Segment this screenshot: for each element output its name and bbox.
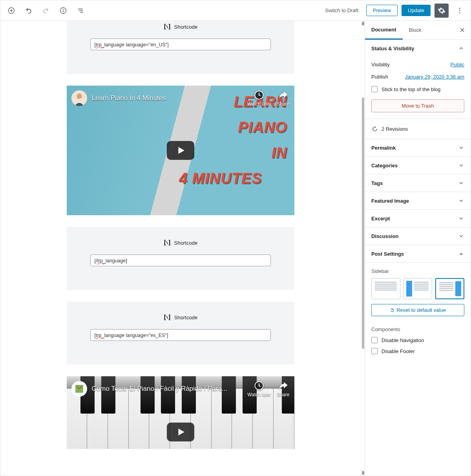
video-embed-block[interactable]: Como Tocar El Piano / Fácil y Ràpido / P… xyxy=(67,376,294,449)
top-toolbar: Switch to Draft Preview Update xyxy=(0,0,471,21)
reset-default-button[interactable]: Reset to default value xyxy=(371,304,464,316)
play-button[interactable] xyxy=(167,423,194,441)
sidebar-layout-heading: Sidebar xyxy=(365,263,471,278)
panel-tags[interactable]: Tags xyxy=(365,174,471,192)
watch-later-button[interactable]: Watch later xyxy=(247,90,271,107)
visibility-value[interactable]: Public xyxy=(451,62,464,68)
share-icon xyxy=(277,90,288,101)
chevron-down-icon xyxy=(458,198,464,204)
svg-point-5 xyxy=(459,10,460,11)
clock-icon xyxy=(254,380,265,391)
chevron-down-icon xyxy=(458,180,464,186)
svg-point-6 xyxy=(459,12,460,13)
outline-icon xyxy=(77,7,84,15)
close-sidebar-button[interactable]: ✕ xyxy=(454,21,471,39)
canvas-scrollbar[interactable] xyxy=(360,21,365,476)
redo-icon xyxy=(42,7,50,15)
share-button[interactable]: Share xyxy=(277,380,289,397)
close-icon: ✕ xyxy=(459,26,465,34)
settings-toggle-button[interactable] xyxy=(434,4,449,18)
share-icon xyxy=(277,380,288,391)
shortcode-input[interactable]: [/trp_language] xyxy=(90,254,271,266)
play-icon xyxy=(176,427,186,437)
panel-discussion[interactable]: Discussion xyxy=(365,227,471,245)
panel-excerpt[interactable]: Excerpt xyxy=(365,210,471,227)
disable-navigation-checkbox[interactable] xyxy=(371,337,378,343)
shortcode-icon xyxy=(163,313,171,321)
clock-icon xyxy=(254,90,265,101)
components-heading: Components xyxy=(365,322,471,335)
redo-button[interactable] xyxy=(39,4,53,18)
history-icon xyxy=(371,125,378,132)
play-button[interactable] xyxy=(167,141,194,160)
switch-to-draft-button[interactable]: Switch to Draft xyxy=(321,5,362,16)
chevron-down-icon xyxy=(458,162,464,168)
shortcode-icon xyxy=(163,239,171,247)
video-title: Learn Piano In 4 Minutes xyxy=(92,94,166,102)
stick-checkbox[interactable] xyxy=(371,86,378,92)
tab-document[interactable]: Document xyxy=(365,21,403,40)
chevron-up-icon xyxy=(458,45,464,51)
channel-avatar[interactable] xyxy=(71,90,87,106)
chevron-down-icon xyxy=(458,233,464,239)
svg-point-4 xyxy=(459,7,460,9)
revisions-button[interactable]: 2 Revisions xyxy=(365,119,471,139)
video-embed-block[interactable]: LEARN PIANO IN 4 MINUTES Learn Piano In … xyxy=(67,86,294,215)
shortcode-icon xyxy=(163,23,171,31)
svg-point-7 xyxy=(77,93,82,99)
chevron-down-icon xyxy=(458,215,464,222)
update-button[interactable]: Update xyxy=(402,5,431,16)
disable-navigation-label: Disable Navigation xyxy=(382,337,424,343)
publish-date[interactable]: January 29, 2020 3:36 am xyxy=(405,74,464,80)
channel-avatar[interactable] xyxy=(71,381,87,397)
panel-permalink[interactable]: Permalink xyxy=(365,139,471,156)
play-icon xyxy=(176,145,186,156)
shortcode-block[interactable]: Shortcode [trp_language language="es_ES"… xyxy=(67,302,294,364)
layout-option-left[interactable] xyxy=(403,278,433,299)
visibility-label: Visibility xyxy=(371,62,390,68)
settings-sidebar: Document Block ✕ Status & Visibility Vis… xyxy=(365,21,471,476)
shortcode-block[interactable]: Shortcode [trp_language language="en_US"… xyxy=(67,21,294,74)
publish-label: Publish xyxy=(371,74,388,80)
share-button[interactable]: Share xyxy=(277,90,289,107)
preview-button[interactable]: Preview xyxy=(366,5,398,16)
svg-point-2 xyxy=(63,9,64,9)
shortcode-label: Shortcode xyxy=(174,24,197,30)
video-title: Como Tocar El Piano / Fácil y Ràpido / P… xyxy=(92,385,228,393)
add-block-button[interactable] xyxy=(4,4,18,18)
plus-circle-icon xyxy=(7,7,15,15)
gear-icon xyxy=(438,7,445,15)
chevron-down-icon xyxy=(458,145,464,151)
layout-option-none[interactable] xyxy=(371,278,400,299)
tab-block[interactable]: Block xyxy=(403,21,428,39)
disable-footer-checkbox[interactable] xyxy=(371,348,378,354)
panel-categories[interactable]: Categories xyxy=(365,157,471,174)
move-to-trash-button[interactable]: Move to Trash xyxy=(371,99,464,112)
panel-status-visibility[interactable]: Status & Visibility xyxy=(365,40,471,57)
thumbnail-text: PIANO xyxy=(238,119,287,136)
more-options-button[interactable] xyxy=(453,4,467,18)
info-button[interactable] xyxy=(56,4,70,18)
thumbnail-text: 4 MINUTES xyxy=(154,170,287,187)
stick-label: Stick to the top of the blog xyxy=(382,86,440,92)
shortcode-input[interactable]: [trp_language language="en_US"] xyxy=(90,38,271,50)
panel-featured-image[interactable]: Featured Image xyxy=(365,192,471,209)
watch-later-button[interactable]: Watch later xyxy=(247,380,271,397)
shortcode-label: Shortcode xyxy=(174,240,197,246)
outline-button[interactable] xyxy=(73,4,88,18)
shortcode-input[interactable]: [trp_language language="es_ES"] xyxy=(90,329,271,341)
undo-button[interactable] xyxy=(22,4,36,18)
undo-icon xyxy=(25,7,33,15)
shortcode-block[interactable]: Shortcode [/trp_language] xyxy=(67,227,294,290)
shortcode-label: Shortcode xyxy=(174,315,197,320)
reset-icon xyxy=(390,308,395,313)
thumbnail-text: IN xyxy=(272,145,287,162)
info-icon xyxy=(59,7,67,15)
layout-option-right[interactable] xyxy=(435,278,464,299)
panel-post-settings[interactable]: Post Settings xyxy=(365,245,471,262)
editor-canvas[interactable]: Shortcode [trp_language language="en_US"… xyxy=(0,21,360,476)
dots-vertical-icon xyxy=(456,7,464,15)
chevron-up-icon xyxy=(458,251,464,257)
disable-footer-label: Disable Footer xyxy=(382,348,415,354)
svg-rect-3 xyxy=(63,10,64,12)
